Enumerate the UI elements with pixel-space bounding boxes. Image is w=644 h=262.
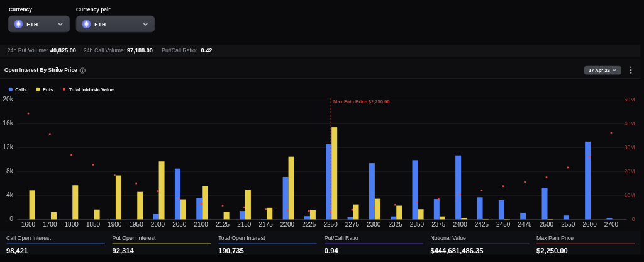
svg-text:1950: 1950 (130, 221, 144, 228)
svg-text:2275: 2275 (345, 221, 360, 228)
svg-text:2150: 2150 (237, 221, 252, 228)
svg-text:50M: 50M (624, 96, 635, 103)
svg-text:40M: 40M (624, 120, 635, 127)
svg-text:20M: 20M (624, 168, 635, 174)
svg-text:4k: 4k (6, 191, 14, 198)
svg-text:20k: 20k (3, 96, 14, 103)
svg-text:Max Pain Price $2,250.00: Max Pain Price $2,250.00 (333, 99, 390, 105)
svg-text:2225: 2225 (302, 221, 316, 228)
svg-text:1850: 1850 (86, 221, 101, 228)
svg-text:2550: 2550 (561, 221, 575, 228)
svg-text:10M: 10M (624, 192, 635, 198)
svg-text:8k: 8k (6, 168, 14, 174)
svg-text:2375: 2375 (431, 221, 446, 228)
svg-text:2700: 2700 (604, 221, 619, 228)
svg-text:12k: 12k (3, 144, 14, 151)
svg-text:2250: 2250 (323, 221, 338, 228)
svg-text:2050: 2050 (172, 221, 187, 228)
svg-text:2350: 2350 (410, 221, 425, 228)
svg-text:16k: 16k (3, 120, 14, 127)
svg-text:1700: 1700 (43, 221, 57, 228)
svg-text:2475: 2475 (518, 221, 532, 228)
svg-text:2100: 2100 (194, 221, 209, 228)
svg-text:0: 0 (632, 216, 635, 222)
svg-text:2325: 2325 (389, 221, 403, 228)
svg-text:2425: 2425 (475, 221, 489, 228)
svg-text:2175: 2175 (259, 221, 274, 228)
svg-text:2450: 2450 (496, 221, 511, 228)
svg-text:2200: 2200 (280, 221, 295, 228)
svg-text:1800: 1800 (65, 221, 79, 228)
svg-text:2400: 2400 (453, 221, 467, 228)
svg-text:2125: 2125 (216, 221, 230, 228)
svg-text:30M: 30M (624, 144, 635, 151)
svg-text:2000: 2000 (151, 221, 165, 228)
svg-text:2600: 2600 (582, 221, 597, 228)
svg-text:1600: 1600 (21, 221, 36, 228)
svg-text:2300: 2300 (367, 221, 381, 228)
svg-text:1900: 1900 (108, 221, 122, 228)
svg-text:0: 0 (9, 215, 13, 222)
svg-text:2500: 2500 (540, 221, 554, 228)
